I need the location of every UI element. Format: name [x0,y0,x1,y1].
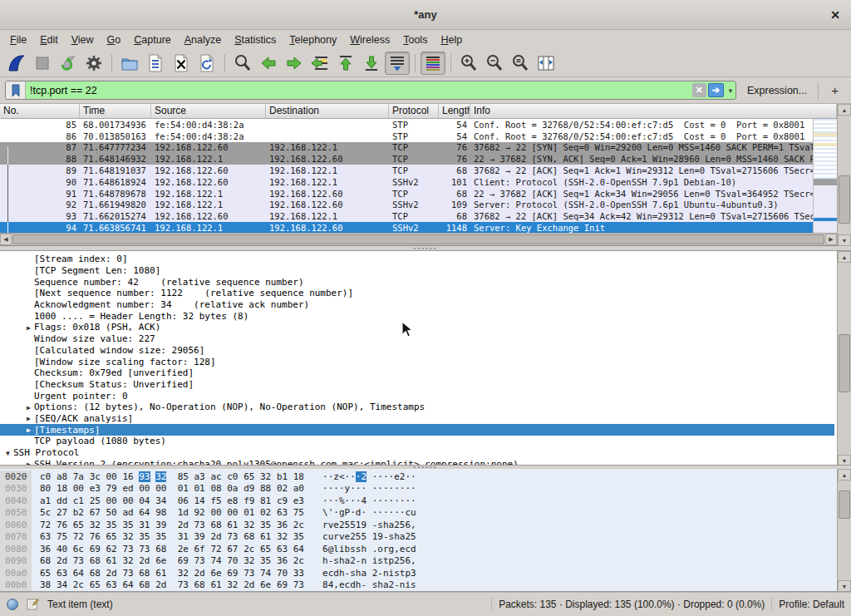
hex-row[interactable]: 00b038 34 2c 65 63 64 68 2d 73 68 61 32 … [0,579,834,592]
menu-capture[interactable]: Capture [127,32,177,48]
packet-list-minimap[interactable] [813,119,837,234]
detail-row[interactable]: ▶[Timestamps] [0,424,834,436]
detail-row[interactable]: Sequence number: 42 (relative sequence n… [0,276,834,288]
packet-row[interactable]: 8871.648146932192.168.122.1192.168.122.6… [0,153,813,165]
detail-row[interactable]: ▶[SEQ/ACK analysis] [0,413,834,425]
menu-help[interactable]: Help [434,32,469,48]
details-vertical-scrollbar[interactable]: ▲ ▼ [837,251,851,466]
capture-start-button[interactable] [4,52,29,75]
column-header-info[interactable]: Info [470,104,837,118]
menu-wireless[interactable]: Wireless [343,32,396,48]
zoom-out-button[interactable] [482,52,507,75]
detail-row[interactable]: ▶Options: (12 bytes), No-Operation (NOP)… [0,402,834,413]
hex-row[interactable]: 009068 2d 73 68 61 32 2d 6e 69 73 74 70 … [0,555,834,568]
expand-collapsed-icon[interactable]: ▶ [23,414,34,422]
detail-row[interactable]: Window size value: 227 [0,333,834,345]
packet-row[interactable]: 8971.648191037192.168.122.60192.168.122.… [0,165,813,176]
filter-dropdown-caret[interactable]: ▾ [726,86,735,95]
packet-row[interactable]: 9171.648789678192.168.122.1192.168.122.6… [0,188,813,200]
menu-file[interactable]: File [3,32,33,48]
detail-row[interactable]: [TCP Segment Len: 1080] [0,265,834,277]
go-back-button[interactable] [256,52,281,75]
capture-options-button[interactable] [81,52,106,75]
detail-row[interactable]: ▶Flags: 0x018 (PSH, ACK) [0,322,834,333]
column-header-length[interactable]: Length [439,104,470,118]
scrollbar-thumb[interactable] [839,334,850,392]
find-packet-button[interactable] [230,52,255,75]
zoom-in-button[interactable] [456,52,481,75]
scroll-down-arrow-icon[interactable]: ▼ [838,580,851,592]
menu-tools[interactable]: Tools [396,32,434,48]
scrollbar-thumb[interactable] [839,175,850,224]
capture-restart-button[interactable] [56,52,81,75]
packet-row[interactable]: 8771.647777234192.168.122.60192.168.122.… [0,142,813,154]
packet-row[interactable]: 9371.662015274192.168.122.60192.168.122.… [0,210,813,222]
menu-statistics[interactable]: Statistics [228,32,283,48]
close-window-button[interactable]: ✕ [827,7,844,23]
capture-comment-icon[interactable] [27,598,39,610]
go-first-packet-button[interactable] [333,52,358,75]
file-close-button[interactable] [169,52,194,75]
expand-collapsed-icon[interactable]: ▶ [23,460,34,466]
packet-row[interactable]: 9471.663856741192.168.122.1192.168.122.6… [0,222,813,234]
column-header-protocol[interactable]: Protocol [389,104,439,118]
packet-list-horizontal-scrollbar[interactable]: ◀ ▶ [0,233,837,245]
go-to-packet-button[interactable] [307,52,332,75]
packet-list-vertical-scrollbar[interactable]: ▲ ▼ [837,104,851,246]
profile-text[interactable]: Profile: Default [779,599,844,610]
menu-view[interactable]: View [65,32,101,48]
detail-row[interactable]: Checksum: 0x79ed [unverified] [0,367,834,379]
go-forward-button[interactable] [282,52,307,75]
expand-collapsed-icon[interactable]: ▶ [23,323,34,332]
detail-row[interactable]: ▶SSH Version 2 (encryption:chacha20-poly… [0,458,834,466]
column-header-time[interactable]: Time [80,104,151,118]
resize-columns-button[interactable] [534,52,558,75]
scroll-down-arrow-icon[interactable]: ▼ [838,455,851,466]
bytes-vertical-scrollbar[interactable]: ▲ ▼ [837,469,851,592]
hex-row[interactable]: 007063 75 72 76 65 32 35 35 31 39 2d 73 … [0,531,834,544]
expand-expanded-icon[interactable]: ▼ [2,449,13,457]
scrollbar-thumb[interactable] [839,490,850,519]
detail-row[interactable]: ▼SSH Protocol [0,447,834,459]
packet-row[interactable]: 9071.648618924192.168.122.60192.168.122.… [0,176,813,188]
zoom-original-button[interactable] [508,52,533,75]
packet-row[interactable]: 9271.661949820192.168.122.1192.168.122.6… [0,200,813,211]
column-header-destination[interactable]: Destination [266,104,389,118]
expression-button[interactable]: Expression... [741,82,813,99]
hex-row[interactable]: 0020c0 a8 7a 3c 00 16 93 32 85 a3 ac c0 … [0,471,834,483]
detail-row[interactable]: 1000 .... = Header Length: 32 bytes (8) [0,310,834,322]
expand-collapsed-icon[interactable]: ▶ [23,426,34,434]
hex-row[interactable]: 008036 40 6c 69 62 73 73 68 2e 6f 72 67 … [0,543,834,555]
scrollbar-thumb[interactable] [12,234,824,244]
filter-apply-button[interactable]: ➔ [708,83,724,97]
menu-edit[interactable]: Edit [33,32,65,48]
detail-row[interactable]: [Window size scaling factor: 128] [0,356,834,367]
scroll-down-arrow-icon[interactable]: ▼ [838,234,851,246]
go-last-packet-button[interactable] [359,52,384,75]
menu-telephony[interactable]: Telephony [283,32,343,48]
scroll-right-arrow-icon[interactable]: ▶ [825,234,837,245]
add-filter-button[interactable]: + [824,83,846,97]
hex-row[interactable]: 006072 76 65 32 35 35 31 39 2d 73 68 61 … [0,519,834,531]
expert-info-icon[interactable] [7,599,18,610]
detail-row[interactable]: [Next sequence number: 1122 (relative se… [0,288,834,299]
file-open-button[interactable] [117,52,142,75]
colorize-toggle-button[interactable] [421,52,445,75]
scroll-up-arrow-icon[interactable]: ▲ [838,251,851,263]
hex-row[interactable]: 003080 18 00 e3 79 ed 00 00 01 01 08 0a … [0,483,834,495]
file-save-button[interactable] [143,52,168,75]
file-reload-button[interactable] [194,52,219,75]
menu-go[interactable]: Go [101,32,128,48]
column-header-no[interactable]: No. [0,104,80,118]
scroll-left-arrow-icon[interactable]: ◀ [0,234,12,245]
detail-row[interactable]: [Calculated window size: 29056] [0,345,834,357]
filter-clear-button[interactable]: ✕ [692,83,706,97]
scroll-up-arrow-icon[interactable]: ▲ [838,469,851,480]
hex-row[interactable]: 00a065 63 64 68 2d 73 68 61 32 2d 6e 69 … [0,567,834,579]
scroll-up-arrow-icon[interactable]: ▲ [838,104,851,116]
packet-row[interactable]: 8568.001734936fe:54:00:d4:38:2aSTP54Conf… [0,119,813,131]
filter-bookmark-button[interactable] [6,81,26,99]
hex-row[interactable]: 0040a1 dd c1 25 00 00 04 34 06 14 f5 e8 … [0,495,834,507]
menu-analyze[interactable]: Analyze [178,32,228,48]
packet-row[interactable]: 8670.013850163fe:54:00:d4:38:2aSTP54Conf… [0,131,813,142]
